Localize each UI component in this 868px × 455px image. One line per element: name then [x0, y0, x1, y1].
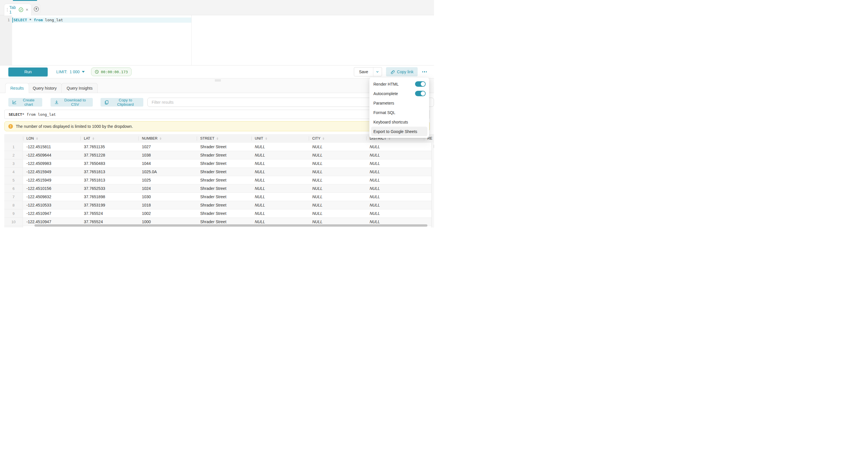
table-cell: NULL [309, 209, 366, 217]
table-cell: -122.4509644 [23, 151, 81, 159]
query-timer-badge: 00:00:00.173 [91, 67, 131, 76]
warning-icon: ! [8, 124, 13, 129]
tabs-bottom-border [0, 93, 434, 93]
column-header-number[interactable]: NUMBER [138, 134, 197, 143]
editor-toolbar: Run LIMIT: 1 000 00:00:00.173 Save [0, 65, 434, 79]
editor-tab-1[interactable]: Tab 1 ✕ [4, 4, 31, 16]
limit-dropdown[interactable]: LIMIT: 1 000 [56, 69, 85, 74]
row-number-cell: 5 [4, 176, 23, 184]
run-button[interactable]: Run [8, 67, 48, 77]
plus-circle-icon: + [34, 7, 39, 11]
close-tab-icon[interactable]: ✕ [26, 8, 28, 11]
row-limit-warning-banner: ! The number of rows displayed is limite… [4, 121, 430, 131]
table-cell: NULL [366, 159, 424, 168]
table-cell: 37.7651135 [81, 143, 138, 151]
row-number-cell: 11 [4, 226, 23, 228]
link-icon [390, 69, 395, 74]
row-number-cell: 10 [4, 218, 23, 226]
table-cell: Shrader Street [197, 209, 251, 217]
table-row: 9-122.451094737.7655241002Shrader Street… [4, 209, 434, 218]
table-cell: Shrader Street [197, 159, 251, 168]
menu-item-format-sql[interactable]: Format SQL [369, 108, 429, 117]
table-cell: NULL [309, 143, 366, 151]
save-button[interactable]: Save [354, 67, 373, 76]
vertical-scrollbar[interactable] [431, 143, 434, 228]
column-header-city[interactable]: CITY [309, 134, 366, 143]
tab-query-insights[interactable]: Query Insights [61, 83, 98, 93]
caret-down-icon [82, 71, 85, 73]
limit-label: LIMIT: [56, 69, 67, 74]
toggle-switch-on[interactable] [415, 91, 426, 96]
menu-item-label: Render HTML [373, 82, 399, 87]
table-cell: 37.7650483 [81, 159, 138, 168]
column-header-lon[interactable]: LON [23, 134, 81, 143]
table-cell: 37.765524 [81, 209, 138, 217]
tab-results[interactable]: Results [5, 83, 29, 93]
table-cell: NULL [366, 151, 424, 159]
menu-item-render-html[interactable]: Render HTML [369, 79, 429, 89]
clock-icon [95, 70, 99, 74]
table-cell: NULL [366, 201, 424, 209]
line-number: 1 [7, 18, 10, 23]
download-to-csv-button[interactable]: Download to CSV [51, 98, 93, 107]
table-cell: NULL [309, 168, 366, 176]
table-cell: 37.7651813 [81, 168, 138, 176]
tab-query-history[interactable]: Query history [28, 83, 62, 93]
table-cell: NULL [309, 201, 366, 209]
column-header-lat[interactable]: LAT [81, 134, 138, 143]
table-row: 1-122.451581137.76511351027Shrader Stree… [4, 143, 434, 151]
query-preview-keyword: SELECT [9, 112, 22, 117]
results-table-body: 1-122.451581137.76511351027Shrader Stree… [4, 143, 434, 228]
menu-item-label: Parameters [373, 101, 394, 105]
clipboard-icon [104, 100, 109, 104]
table-row: 5-122.451594937.76518131025Shrader Stree… [4, 176, 434, 184]
more-options-button[interactable] [422, 69, 428, 74]
menu-item-autocomplete[interactable]: Autocomplete [369, 89, 429, 98]
table-cell: NULL [366, 209, 424, 217]
check-circle-icon [19, 7, 23, 12]
menu-item-export-to-google-sheets[interactable]: Export to Google Sheets [371, 127, 427, 136]
save-dropdown-button[interactable] [373, 67, 382, 76]
table-cell: -122.4509832 [23, 193, 81, 201]
menu-item-parameters[interactable]: Parameters [369, 98, 429, 108]
copy-to-clipboard-button[interactable]: Copy to Clipboard [100, 98, 143, 107]
row-number-cell: 9 [4, 209, 23, 217]
tab-drag-handle-icon[interactable] [7, 8, 8, 11]
table-cell: NULL [251, 193, 309, 201]
create-chart-button[interactable]: Create chart [8, 98, 42, 107]
executed-query-preview: SELECT * from long_lat [4, 110, 430, 119]
column-header-street[interactable]: STREET [197, 134, 251, 143]
toolbar-right-group: Save Copy link [354, 67, 427, 77]
menu-item-keyboard-shortcuts[interactable]: Keyboard shortcuts [369, 117, 429, 127]
table-cell: Shrader Street [197, 184, 251, 192]
download-icon [54, 100, 59, 104]
table-cell: NULL [309, 193, 366, 201]
row-number-cell: 8 [4, 201, 23, 209]
sort-icon [160, 137, 161, 140]
table-row: 7-122.450983237.76518981030Shrader Stree… [4, 193, 434, 201]
add-tab-button[interactable]: + [32, 4, 40, 14]
pane-resize-handle[interactable] [215, 80, 221, 81]
table-cell: -122.4515811 [23, 143, 81, 151]
chart-icon [12, 100, 17, 104]
table-cell: 1044 [138, 159, 197, 168]
sql-identifier: long_lat [43, 18, 63, 22]
table-cell: -122.4515949 [23, 168, 81, 176]
editor-print-margin [191, 15, 192, 65]
sort-icon [92, 137, 94, 140]
sql-editor[interactable]: 1 SELECT * from long_lat [0, 15, 434, 65]
table-cell: NULL [251, 209, 309, 217]
results-table: LONLATNUMBERSTREETUNITCITYDISTRICTRE 1-1… [4, 134, 434, 228]
toggle-knob [421, 82, 425, 86]
row-number-header [4, 134, 23, 143]
vertical-scrollbar-thumb[interactable] [434, 144, 434, 149]
table-cell: NULL [366, 193, 424, 201]
toggle-switch-on[interactable] [415, 81, 426, 87]
table-cell: NULL [251, 159, 309, 168]
table-cell: Shrader Street [197, 151, 251, 159]
column-header-unit[interactable]: UNIT [251, 134, 309, 143]
copy-link-button[interactable]: Copy link [386, 67, 417, 77]
table-cell: NULL [309, 184, 366, 192]
row-number-cell: 7 [4, 193, 23, 201]
horizontal-scrollbar[interactable] [34, 224, 427, 226]
